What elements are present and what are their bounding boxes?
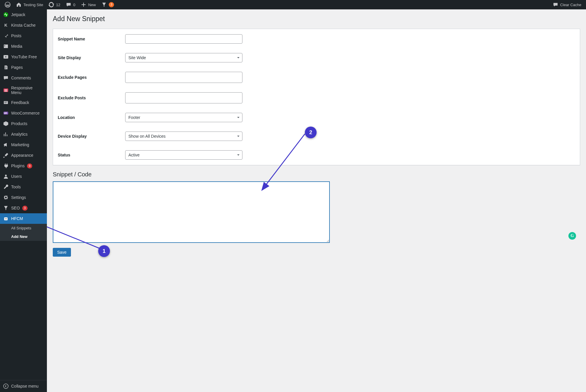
collapse-menu[interactable]: Collapse menu <box>0 380 47 392</box>
grammarly-icon[interactable]: G <box>568 232 576 240</box>
sidebar-item-pages[interactable]: Pages <box>0 62 47 73</box>
sidebar-item-label: Settings <box>11 195 26 200</box>
comment-icon <box>66 2 72 8</box>
sidebar-item-label: HFCM <box>11 216 23 221</box>
device-display-select[interactable]: Show on All Devices <box>125 132 242 141</box>
snippet-form-panel: Snippet Name Site Display Site Wide Excl… <box>53 29 580 165</box>
pages-icon <box>3 64 9 70</box>
status-select[interactable]: Active <box>125 150 242 160</box>
device-display-label: Device Display <box>58 134 125 139</box>
sidebar-item-label: Appearance <box>11 153 33 158</box>
sidebar-item-label: Comments <box>11 76 31 80</box>
annotation-badge-2: 2 <box>305 127 317 138</box>
sidebar-item-label: Feedback <box>11 100 29 105</box>
sidebar-badge: 9 <box>27 163 32 168</box>
exclude-pages-label: Exclude Pages <box>58 75 125 80</box>
annotation-badge-1: 1 <box>98 245 110 257</box>
settings-icon <box>3 195 9 200</box>
admin-bar: Testing Site 12 0 New 3 Clear Cache <box>0 0 586 9</box>
yoast-badge: 3 <box>109 2 114 7</box>
clear-cache-link[interactable]: Clear Cache <box>550 0 584 9</box>
collapse-icon <box>3 383 9 389</box>
updates-count: 12 <box>56 3 60 7</box>
wordpress-icon <box>5 2 11 8</box>
clear-cache-label: Clear Cache <box>560 3 581 7</box>
sidebar-item-label: Tools <box>11 185 21 189</box>
snippet-name-label: Snippet Name <box>58 37 125 41</box>
sidebar-item-label: Jetpack <box>11 12 25 17</box>
sidebar-item-settings[interactable]: Settings <box>0 192 47 203</box>
kinsta-icon <box>3 22 9 28</box>
sidebar-item-marketing[interactable]: Marketing <box>0 139 47 150</box>
sidebar-item-label: Users <box>11 174 22 179</box>
pin-icon <box>3 33 9 39</box>
users-icon <box>3 173 9 179</box>
updates-link[interactable]: 12 <box>46 0 62 9</box>
sidebar-item-seo[interactable]: SEO3 <box>0 203 47 213</box>
status-label: Status <box>58 153 125 157</box>
sidebar-item-appearance[interactable]: Appearance <box>0 150 47 161</box>
sidebar-item-tools[interactable]: Tools <box>0 182 47 192</box>
sidebar-item-woocommerce[interactable]: WooCommerce <box>0 108 47 118</box>
sidebar-item-label: Posts <box>11 33 21 38</box>
exclude-posts-input[interactable] <box>125 92 242 103</box>
wp-logo[interactable] <box>2 0 13 9</box>
sidebar-item-hfcm[interactable]: HFCM <box>0 213 47 224</box>
sidebar-item-responsive-menu[interactable]: Responsive Menu <box>0 83 47 97</box>
sidebar-item-posts[interactable]: Posts <box>0 30 47 41</box>
save-button[interactable]: Save <box>53 248 71 257</box>
woo-icon <box>3 110 9 116</box>
comments-link[interactable]: 0 <box>63 0 78 9</box>
plugins-icon <box>3 163 9 169</box>
marketing-icon <box>3 142 9 148</box>
code-section-title: Snippet / Code <box>53 165 580 181</box>
comments-icon <box>3 75 9 81</box>
responsive-icon <box>3 87 9 93</box>
sidebar-item-feedback[interactable]: Feedback <box>0 97 47 108</box>
sidebar-item-youtube-free[interactable]: YouTube Free <box>0 52 47 62</box>
sidebar-item-label: Plugins <box>11 163 25 168</box>
collapse-label: Collapse menu <box>11 384 38 388</box>
location-select[interactable]: Footer <box>125 113 242 122</box>
site-name: Testing Site <box>23 3 43 7</box>
sidebar-item-label: Marketing <box>11 142 29 147</box>
sidebar-item-jetpack[interactable]: Jetpack <box>0 9 47 20</box>
code-textarea[interactable] <box>53 181 330 243</box>
exclude-pages-input[interactable] <box>125 72 242 83</box>
site-display-select[interactable]: Site Wide <box>125 53 242 62</box>
sidebar-item-comments[interactable]: Comments <box>0 73 47 83</box>
yoast-link[interactable]: 3 <box>99 0 116 9</box>
comments-count: 0 <box>73 3 75 7</box>
snippet-name-input[interactable] <box>125 34 242 44</box>
site-name-link[interactable]: Testing Site <box>13 0 45 9</box>
seo-icon <box>3 205 9 211</box>
sidebar-item-users[interactable]: Users <box>0 171 47 182</box>
sidebar-item-label: Responsive Menu <box>11 86 44 95</box>
new-label: New <box>88 3 96 7</box>
sidebar-item-label: Products <box>11 121 27 126</box>
media-icon <box>3 43 9 49</box>
sidebar-item-analytics[interactable]: Analytics <box>0 129 47 139</box>
sidebar-badge: 3 <box>22 206 28 211</box>
page-title: Add New Snippet <box>53 12 580 29</box>
yoast-icon <box>101 2 107 8</box>
submenu-item-all-snippets[interactable]: All Snippets <box>0 224 47 232</box>
products-icon <box>3 121 9 127</box>
update-icon <box>48 2 54 8</box>
sidebar-item-kinsta-cache[interactable]: Kinsta Cache <box>0 20 47 30</box>
sidebar-item-label: YouTube Free <box>11 54 37 59</box>
submenu-item-add-new[interactable]: Add New <box>0 232 47 241</box>
plus-icon <box>81 2 86 8</box>
new-content-link[interactable]: New <box>78 0 98 9</box>
sidebar-item-plugins[interactable]: Plugins9 <box>0 161 47 171</box>
sidebar-item-label: Pages <box>11 65 23 70</box>
sidebar-item-label: SEO <box>11 206 20 210</box>
admin-sidebar: JetpackKinsta CachePostsMediaYouTube Fre… <box>0 9 47 392</box>
jetpack-icon <box>3 12 9 18</box>
sidebar-item-label: Media <box>11 44 22 49</box>
tools-icon <box>3 184 9 190</box>
analytics-icon <box>3 131 9 137</box>
hfcm-icon <box>3 216 9 221</box>
sidebar-item-products[interactable]: Products <box>0 118 47 129</box>
sidebar-item-media[interactable]: Media <box>0 41 47 52</box>
